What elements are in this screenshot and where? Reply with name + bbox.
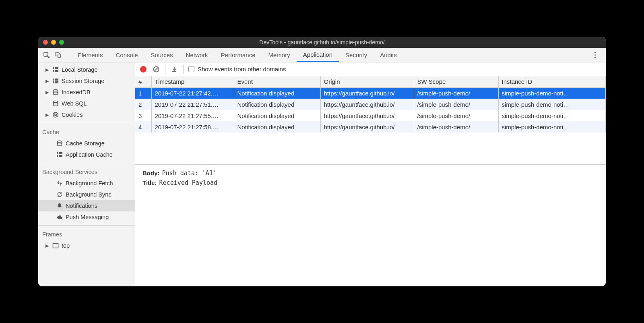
cloud-icon [56, 214, 63, 220]
clear-button[interactable] [152, 65, 160, 73]
show-other-domains-label: Show events from other domains [198, 66, 286, 72]
main-panel: Show events from other domains # Timesta… [135, 62, 606, 286]
tab-application[interactable]: Application [297, 48, 339, 62]
table-row[interactable]: 42019-07-22 21:27:58.…Notification displ… [135, 121, 606, 133]
sidebar-item-cookies[interactable]: ▶Cookies [38, 109, 135, 120]
cell-event: Notification displayed [234, 87, 320, 99]
download-button[interactable] [170, 65, 178, 73]
sidebar-item-local-storage[interactable]: ▶Local Storage [38, 64, 135, 75]
col-event[interactable]: Event [234, 76, 320, 87]
tab-security[interactable]: Security [339, 48, 374, 62]
db-icon [52, 89, 59, 95]
window-controls [43, 40, 64, 45]
tab-memory[interactable]: Memory [262, 48, 297, 62]
sidebar-item-label: Web SQL [62, 100, 87, 107]
svg-rect-4 [55, 67, 58, 69]
cell-origin: https://gauntface.github.io/ [320, 99, 414, 110]
detail-body-value: Push data: 'A1' [162, 170, 217, 177]
sidebar-item-label: Session Storage [62, 78, 104, 84]
sidebar-item-label: IndexedDB [62, 89, 91, 95]
inspect-element-icon[interactable] [42, 51, 51, 60]
grid-icon [52, 66, 59, 73]
frames-section-label: Frames [38, 228, 135, 240]
sidebar-item-cache-storage[interactable]: Cache Storage [38, 138, 135, 149]
svg-rect-5 [53, 70, 54, 72]
tab-elements[interactable]: Elements [71, 48, 109, 62]
detail-title-label: Title: [142, 179, 157, 186]
tab-network[interactable]: Network [180, 48, 215, 62]
fetch-icon [56, 180, 63, 186]
sidebar-item-session-storage[interactable]: ▶Session Storage [38, 75, 135, 87]
table-header-row: # Timestamp Event Origin SW Scope Instan… [135, 76, 606, 87]
record-button[interactable] [139, 65, 147, 73]
device-toolbar-icon[interactable] [54, 51, 62, 60]
tab-console[interactable]: Console [109, 48, 144, 62]
tab-audits[interactable]: Audits [374, 48, 403, 62]
sidebar-item-indexeddb[interactable]: ▶IndexedDB [38, 87, 135, 98]
expand-caret-icon: ▶ [45, 79, 50, 84]
sidebar-item-push-messaging[interactable]: Push Messaging [38, 211, 135, 223]
sidebar-item-label: top [62, 242, 70, 249]
col-sw-scope[interactable]: SW Scope [414, 76, 498, 87]
maximize-window-button[interactable] [59, 40, 64, 45]
tab-performance[interactable]: Performance [215, 48, 262, 62]
cell-origin: https://gauntface.github.io/ [320, 121, 414, 133]
show-other-domains-checkbox[interactable] [188, 66, 194, 72]
frame-icon [52, 242, 59, 249]
sidebar-item-application-cache[interactable]: Application Cache [38, 149, 135, 160]
svg-line-25 [155, 67, 158, 71]
svg-point-16 [55, 115, 56, 116]
events-table: # Timestamp Event Origin SW Scope Instan… [135, 76, 606, 165]
svg-point-15 [56, 114, 57, 115]
minimize-window-button[interactable] [51, 40, 56, 45]
cell-num: 1 [135, 87, 151, 99]
db-icon [56, 140, 63, 147]
event-detail: Body: Push data: 'A1' Title: Received Pa… [135, 165, 606, 194]
cell-num: 4 [135, 121, 151, 133]
svg-rect-22 [59, 155, 62, 157]
svg-rect-19 [57, 152, 58, 154]
table-row[interactable]: 12019-07-22 21:27:42.…Notification displ… [135, 87, 606, 99]
sidebar-item-background-fetch[interactable]: Background Fetch [38, 178, 135, 189]
grid-icon [52, 78, 59, 84]
cell-event: Notification displayed [234, 110, 320, 121]
svg-rect-2 [58, 54, 60, 58]
more-options-icon[interactable] [590, 51, 599, 60]
sidebar-item-label: Background Sync [66, 191, 111, 198]
cell-event: Notification displayed [234, 121, 320, 133]
svg-rect-10 [55, 81, 58, 83]
svg-rect-8 [55, 79, 58, 81]
table-row[interactable]: 32019-07-22 21:27:55.…Notification displ… [135, 110, 606, 121]
cell-instance: simple-push-demo-noti… [498, 87, 606, 99]
sidebar-item-label: Cookies [62, 112, 83, 118]
col-instance-id[interactable]: Instance ID [498, 76, 606, 87]
col-number[interactable]: # [135, 76, 151, 87]
sidebar-item-label: Local Storage [62, 66, 97, 73]
bgservices-section-label: Background Services [38, 166, 135, 178]
col-origin[interactable]: Origin [320, 76, 414, 87]
close-window-button[interactable] [43, 40, 48, 45]
grid-icon [56, 151, 63, 158]
svg-point-17 [56, 116, 57, 116]
cookie-icon [52, 112, 59, 118]
table-row[interactable]: 22019-07-22 21:27:51.…Notification displ… [135, 99, 606, 110]
events-toolbar: Show events from other domains [135, 62, 606, 76]
sidebar-item-background-sync[interactable]: Background Sync [38, 189, 135, 200]
cell-scope: /simple-push-demo/ [414, 87, 498, 99]
sidebar-item-web-sql[interactable]: Web SQL [38, 98, 135, 109]
window-title: DevTools - gauntface.github.io/simple-pu… [38, 39, 606, 46]
sync-icon [56, 191, 63, 198]
col-timestamp[interactable]: Timestamp [151, 76, 234, 87]
cache-section-label: Cache [38, 126, 135, 138]
devtools-window: DevTools - gauntface.github.io/simple-pu… [38, 37, 606, 286]
cell-instance: simple-push-demo-noti… [498, 99, 606, 110]
sidebar-item-label: Notifications [66, 203, 97, 209]
sidebar-item-notifications[interactable]: Notifications [38, 200, 135, 211]
sidebar-item-top[interactable]: ▶top [38, 240, 135, 251]
tab-sources[interactable]: Sources [144, 48, 180, 62]
sidebar-item-label: Cache Storage [66, 140, 105, 147]
svg-point-18 [58, 141, 62, 143]
cell-origin: https://gauntface.github.io/ [320, 110, 414, 121]
cell-scope: /simple-push-demo/ [414, 121, 498, 133]
detail-body-label: Body: [142, 170, 160, 177]
